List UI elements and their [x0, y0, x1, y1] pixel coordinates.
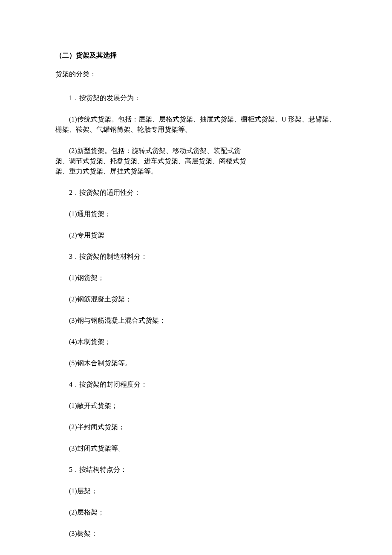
body-paragraph: 4．按货架的封闭程度分： — [55, 379, 337, 390]
body-paragraph: (3)橱架； — [55, 529, 337, 539]
body-paragraph: (1)钢货架； — [55, 273, 337, 283]
body-paragraph: (2)专用货架 — [55, 230, 337, 240]
body-paragraph: 5．按结构特点分： — [55, 465, 337, 475]
body-paragraph: (3)封闭式货架等。 — [55, 443, 337, 454]
section-heading: （二）货架及其选择 — [55, 50, 337, 61]
body-paragraph: (2)新型货架。包括：旋转式货架、移动式货架、装配式货架、调节式货架、托盘货架、… — [55, 146, 251, 176]
body-paragraph: (4)木制货架； — [55, 337, 337, 347]
body-paragraph: (2)层格架； — [55, 507, 337, 517]
body-paragraph: 1．按货架的发展分为： — [55, 93, 337, 103]
body-paragraph: (3)钢与钢筋混凝上混合式货架； — [55, 315, 337, 326]
body-paragraph: (2)钢筋混凝土货架； — [55, 294, 337, 304]
body-paragraph: (1)传统式货架。包括：层架、层格式货架、抽屉式货架、橱柜式货架、U 形架、悬臂… — [55, 114, 337, 135]
body-paragraph: (5)钢木合制货架等。 — [55, 358, 337, 368]
body-paragraph: (1)层架； — [55, 486, 337, 496]
body-paragraph: 3．按货架的制造材料分： — [55, 251, 337, 262]
body-paragraph: (2)半封闭式货架； — [55, 422, 337, 432]
body-paragraph: (1)敞开式货架； — [55, 401, 337, 411]
intro-line: 货架的分类： — [55, 69, 337, 79]
body-paragraph: 2．按货架的适用性分： — [55, 188, 337, 198]
document-page: （二）货架及其选择 货架的分类： 1．按货架的发展分为： (1)传统式货架。包括… — [0, 0, 392, 555]
body-paragraph: (1)通用货架； — [55, 209, 337, 219]
